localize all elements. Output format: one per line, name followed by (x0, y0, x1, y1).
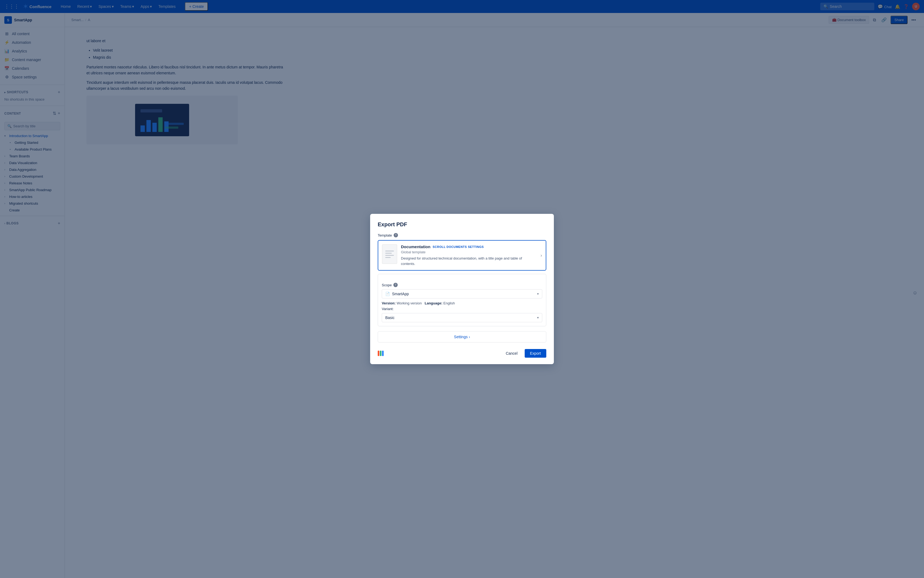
variant-select[interactable]: Basic ▾ (382, 313, 542, 322)
scope-section: Scope ? 📄 SmartApp ▾ Version: Working ve… (378, 274, 546, 326)
template-badge[interactable]: SCROLL DOCUMENTS SETTINGS (432, 245, 484, 248)
template-info-top: Documentation SCROLL DOCUMENTS SETTINGS (401, 244, 537, 249)
variant-chevron-icon: ▾ (537, 316, 539, 320)
export-pdf-modal: Export PDF Template ? Documentation SCRO… (370, 214, 554, 364)
logo-bar-blue (382, 351, 384, 356)
scope-chevron-icon: ▾ (537, 292, 539, 296)
thumb-line-2 (385, 253, 392, 253)
scroll-logo-bars (378, 351, 384, 356)
thumb-line-4 (385, 257, 391, 258)
modal-footer: Cancel Export (378, 349, 546, 358)
settings-row: Settings › (378, 331, 546, 343)
modal-overlay[interactable]: Export PDF Template ? Documentation SCRO… (0, 0, 924, 578)
template-global: Global template (401, 250, 537, 254)
logo-bar-red (378, 351, 379, 356)
scroll-logo (378, 351, 384, 356)
cancel-button[interactable]: Cancel (502, 349, 522, 358)
variant-label: Variant: (382, 307, 542, 311)
thumb-line-3 (385, 255, 394, 256)
template-desc: Designed for structured technical docume… (401, 256, 537, 266)
template-arrow-icon: › (540, 253, 542, 258)
template-info: Documentation SCROLL DOCUMENTS SETTINGS … (401, 244, 537, 266)
scope-select-text: SmartApp (392, 292, 535, 296)
modal-footer-actions: Cancel Export (502, 349, 546, 358)
thumb-lines (385, 251, 394, 258)
scope-label: Scope ? (382, 283, 542, 287)
scope-select-icon: 📄 (385, 292, 390, 296)
thumb-line-1 (385, 251, 394, 252)
variant-select-text: Basic (385, 315, 537, 320)
template-thumbnail (382, 244, 397, 264)
scope-select[interactable]: 📄 SmartApp ▾ (382, 289, 542, 299)
template-help-icon[interactable]: ? (394, 233, 398, 237)
scope-meta: Version: Working version Language: Engli… (382, 301, 542, 305)
template-card[interactable]: Documentation SCROLL DOCUMENTS SETTINGS … (378, 240, 546, 271)
template-name: Documentation (401, 244, 430, 249)
settings-chevron-icon: › (469, 335, 470, 339)
settings-button[interactable]: Settings › (378, 331, 546, 343)
template-label: Template ? (378, 233, 546, 237)
logo-bar-green (380, 351, 382, 356)
modal-title: Export PDF (378, 221, 546, 227)
scope-help-icon[interactable]: ? (393, 283, 398, 287)
export-button[interactable]: Export (525, 349, 546, 358)
